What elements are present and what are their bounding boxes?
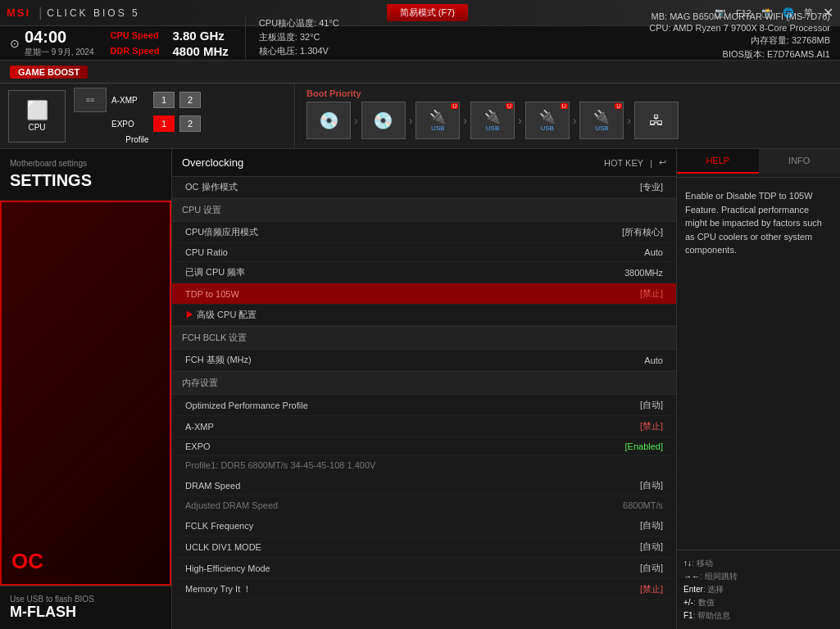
boot-device-dvd[interactable]: 💿 [361,102,406,139]
cpu-adjusted-freq-value: 3800MHz [624,268,663,278]
help-text: Enable or Disable TDP to 105W Feature. P… [685,189,832,257]
heff-name: High-Efficiency Mode [185,563,270,573]
temp3-value: 1.304V [300,46,329,56]
boot-arrow-6: › [627,114,631,127]
oc-mode-row[interactable]: OC 操作模式 [专业] [172,177,676,198]
adj-dram-name: Adjusted DRAM Speed [185,500,278,510]
clock-icon: ⊙ [10,37,20,50]
advanced-cpu-row[interactable]: ▶ 高级 CPU 配置 [172,305,676,326]
lan-icon: 🖧 [649,112,664,129]
usb3-badge: U [561,103,568,109]
dvd-icon: 💿 [373,111,393,130]
boot-device-lan[interactable]: 🖧 [634,102,679,139]
mflash-sub-label: Use USB to flash BIOS [10,595,161,604]
profile1-name: Profile1: DDR5 6800MT/s 34-45-45-108 1.4… [185,460,375,470]
adj-dram-value: 6800MT/s [623,500,663,510]
info-tab[interactable]: INFO [759,149,841,174]
help-key-value: +/-: 数值 [683,596,833,609]
content-area: Motherboard settings SETTINGS OC Use USB… [0,149,840,629]
axmp-btn1[interactable]: 1 [153,92,175,108]
fclk-name: FCLK Frequency [185,521,253,531]
usb4-icon: 🔌 [593,109,610,124]
cpu-ratio-value: Auto [644,247,663,257]
help-key-f1: F1: 帮助信息 [683,609,833,622]
opt-perf-name: Optimized Performance Profile [185,400,308,410]
boot-device-usb2[interactable]: 🔌 USB U [470,102,515,139]
oc-mode-name: OC 操作模式 [185,181,238,193]
oc-sidebar-item[interactable]: OC [0,201,171,586]
mb-value: MAG B650M MORTAR WIFI (MS-7D76) [670,11,830,21]
mflash-section[interactable]: Use USB to flash BIOS M-FLASH [0,586,171,629]
dram-speed-row[interactable]: DRAM Speed [自动] [172,475,676,496]
cpu-label: CPU: [649,23,670,33]
bootpriority-section: Boot Priority 💿 › 💿 › 🔌 USB U › 🔌 [297,84,840,148]
oc-label: OC [11,549,43,574]
tdp-value: [禁止] [640,287,663,300]
hdd-icon: 💿 [319,111,339,130]
oc-title: Overclocking [182,156,243,169]
simple-mode-button[interactable]: 简易模式 (F7) [387,4,468,21]
opt-perf-row[interactable]: Optimized Performance Profile [自动] [172,395,676,416]
boot-device-usb4[interactable]: 🔌 USB U [579,102,624,139]
heff-row[interactable]: High-Efficiency Mode [自动] [172,558,676,579]
mb-label: MB: [652,11,668,21]
fch-freq-name: FCH 基频 (MHz) [185,354,252,366]
expo-row: EXPO 1 2 [74,115,201,132]
clock-section: ⊙ 04:00 星期一 9 9月, 2024 [10,28,93,58]
cpu-freq-mode-row[interactable]: CPU倍频应用模式 [所有核心] [172,222,676,243]
cpu-adjusted-freq-row[interactable]: 已调 CPU 频率 3800MHz [172,262,676,283]
settings-sub-label: Motherboard settings [10,159,161,168]
expo-btn2[interactable]: 2 [179,115,201,132]
boot-arrow-2: › [409,114,413,127]
cpu-icon-label: CPU [28,123,45,132]
fch-settings-header: FCH BCLK 设置 [172,326,676,350]
hotkey-icon[interactable]: ↩ [659,157,666,168]
memtryit-value: [禁止] [640,583,663,595]
cpu-freq-mode-value: [所有核心] [622,226,663,238]
fch-freq-row[interactable]: FCH 基频 (MHz) Auto [172,350,676,371]
profile-box: ≡≡ A-XMP 1 2 EXPO 1 2 Profile [74,88,201,144]
boot-devices-list: 💿 › 💿 › 🔌 USB U › 🔌 USB U › [306,102,830,139]
boot-device-usb1[interactable]: 🔌 USB U [415,102,460,139]
expo-label: EXPO [111,120,148,129]
axmp-row: ≡≡ A-XMP 1 2 [74,88,201,112]
oc-settings-list: OC 操作模式 [专业] CPU 设置 CPU倍频应用模式 [所有核心] CPU… [172,177,676,629]
usb3-label: USB [540,124,553,132]
boot-device-hdd[interactable]: 💿 [306,102,351,139]
axmp-row[interactable]: A-XMP [禁止] [172,416,676,437]
fclk-value: [自动] [640,519,663,532]
profile-section: ⬜ CPU ≡≡ A-XMP 1 2 EXPO 1 2 Profile [0,84,295,148]
mem-label: 内存容量: [751,35,789,45]
help-tab[interactable]: HELP [677,149,759,174]
help-key-move: ↑↓: 移动 [683,557,833,570]
cpu-icon-box[interactable]: ⬜ CPU [8,90,66,143]
expo-btn1[interactable]: 1 [153,115,175,132]
profile-icon: ≡≡ [74,88,107,112]
fclk-row[interactable]: FCLK Frequency [自动] [172,515,676,536]
axmp-btn2[interactable]: 2 [179,92,201,108]
usb1-label: USB [431,124,444,132]
expo-mem-row[interactable]: EXPO [Enabled] [172,437,676,456]
oc-mode-value: [专业] [640,181,663,193]
tdp-row[interactable]: TDP to 105W [禁止] [172,283,676,305]
bios-title: CLICK BIOS 5 [47,7,139,19]
usb3-icon: 🔌 [539,109,556,124]
axmp-value: [禁止] [640,420,663,432]
clock-time: 04:00 [25,28,93,47]
usb2-badge: U [506,103,513,109]
boost-profile-row: GAME BOOST ⬜ CPU ≡≡ A-XMP 1 2 EXPO 1 2 P… [0,61,840,149]
memtryit-row[interactable]: Memory Try It ！ [禁止] [172,579,676,600]
help-content: Enable or Disable TDP to 105W Feature. P… [677,181,840,550]
cpu-ratio-row[interactable]: CPU Ratio Auto [172,243,676,262]
uclk-row[interactable]: UCLK DIV1 MODE [自动] [172,536,676,558]
usb2-icon: 🔌 [484,109,501,124]
temp2-value: 32°C [300,32,320,42]
separator: | [39,6,42,20]
usb4-badge: U [615,103,622,109]
bios-ver-label: BIOS版本: [723,49,765,59]
settings-section[interactable]: Motherboard settings SETTINGS [0,149,171,201]
cpu-chip-icon: ⬜ [26,100,48,121]
settings-main-label: SETTINGS [10,171,161,190]
advanced-cpu-arrow: ▶ 高级 CPU 配置 [185,309,257,321]
boot-device-usb3[interactable]: 🔌 USB U [525,102,570,139]
